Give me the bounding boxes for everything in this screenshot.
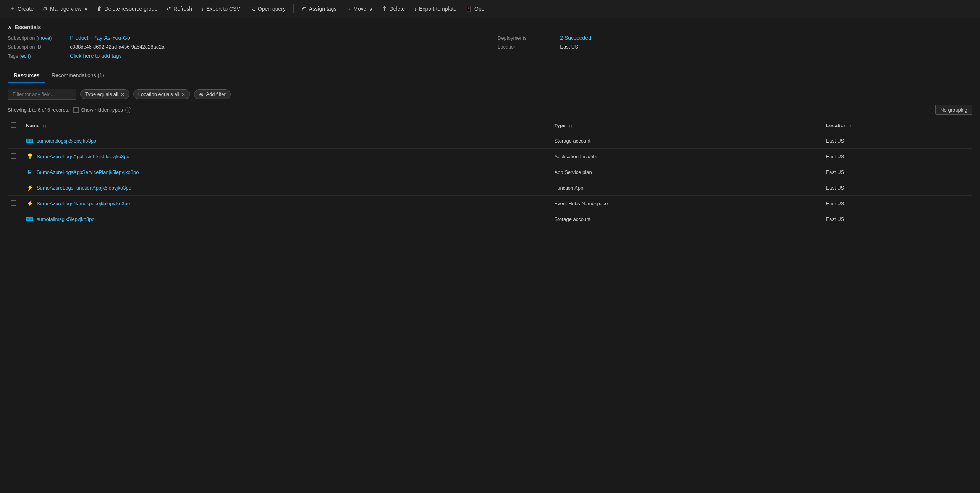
refresh-button[interactable]: ↺ Refresh [163, 3, 196, 14]
col-type[interactable]: Type ↑↓ [550, 118, 821, 133]
type-filter-chip[interactable]: Type equals all ✕ [80, 89, 129, 99]
row-checkbox-cell [8, 164, 21, 180]
records-count: Showing 1 to 6 of 6 records. [8, 107, 70, 113]
row-location-cell: East US [822, 211, 972, 227]
table-header-row: Name ↑↓ Type ↑↓ Location ↑ [8, 118, 972, 133]
col-type-label: Type [554, 123, 565, 128]
create-label: Create [18, 6, 34, 12]
row-checkbox-cell [8, 149, 21, 164]
deployments-row: Deployments : 2 Succeeded [498, 35, 972, 41]
show-hidden-info-icon[interactable]: i [125, 107, 131, 113]
tab-resources[interactable]: Resources [8, 68, 45, 83]
records-info-bar: Showing 1 to 6 of 6 records. Show hidden… [0, 105, 980, 118]
type-filter-label: Type equals all [85, 91, 118, 97]
resources-table: Name ↑↓ Type ↑↓ Location ↑ [8, 118, 972, 227]
subscription-id-value: c088dc46-d692-42ad-a4b6-9a542d28ad2a [70, 44, 164, 50]
row-checkbox[interactable] [11, 185, 16, 190]
type-filter-close-icon[interactable]: ✕ [121, 92, 125, 97]
delete-rg-button[interactable]: 🗑 Delete resource group [93, 3, 162, 14]
row-checkbox[interactable] [11, 169, 16, 174]
row-checkbox[interactable] [11, 138, 16, 143]
tags-add-link[interactable]: Click here to add tags [70, 53, 121, 59]
select-all-checkbox[interactable] [11, 122, 16, 128]
row-location-cell: East US [822, 149, 972, 164]
row-type-cell: Function App [550, 180, 821, 196]
manage-view-button[interactable]: ⚙ Manage view ∨ [39, 3, 92, 14]
row-type-cell: Storage account [550, 133, 821, 149]
resource-name-link[interactable]: 💡 SumoAzureLogsAppInsightsjk5lepvjko3po [26, 152, 545, 160]
subscription-id-label: Subscription ID [8, 44, 61, 50]
resource-icon: 💡 [26, 152, 34, 160]
resource-name-link[interactable]: ⚡ SumoAzureLogsFunctionAppjk5lepvjko3po [26, 184, 545, 191]
row-checkbox[interactable] [11, 200, 16, 206]
subscription-move-link[interactable]: move [38, 35, 50, 41]
deployments-value-link[interactable]: 2 Succeeded [560, 35, 591, 41]
table-row: ⚡ SumoAzureLogsNamespacejk5lepvjko3po Ev… [8, 196, 972, 211]
row-type-cell: Application Insights [550, 149, 821, 164]
essentials-collapse-icon[interactable]: ∧ [8, 24, 11, 30]
create-button[interactable]: ＋ Create [6, 3, 37, 15]
col-location[interactable]: Location ↑ [822, 118, 972, 133]
svg-rect-5 [30, 218, 32, 220]
export-template-button[interactable]: ↓ Export template [410, 3, 460, 14]
row-name-cell: sumofailmsgjk5lepvjko3po [21, 211, 550, 227]
move-icon: → [346, 6, 351, 12]
row-name-cell: 💡 SumoAzureLogsAppInsightsjk5lepvjko3po [21, 149, 550, 164]
assign-tags-button[interactable]: 🏷 Assign tags [298, 3, 340, 14]
resource-name-text: SumoAzureLogsAppServicePlanjk5lepvjko3po [37, 169, 139, 175]
row-checkbox[interactable] [11, 153, 16, 159]
row-location-cell: East US [822, 180, 972, 196]
resource-type: Storage account [554, 216, 590, 222]
delete-button[interactable]: 🗑 Delete [378, 3, 409, 14]
location-filter-close-icon[interactable]: ✕ [181, 92, 185, 97]
add-filter-plus-icon: ⊕ [199, 91, 204, 97]
resource-location: East US [826, 154, 844, 159]
row-checkbox[interactable] [11, 216, 16, 221]
resource-name-link[interactable]: 🖥 SumoAzureLogsAppServicePlanjk5lepvjko3… [26, 168, 545, 176]
resource-type: App Service plan [554, 169, 592, 175]
open-query-button[interactable]: ⌥ Open query [246, 3, 289, 14]
export-template-icon: ↓ [414, 6, 417, 12]
open-button[interactable]: 📱 Open [462, 3, 491, 14]
toolbar: ＋ Create ⚙ Manage view ∨ 🗑 Delete resour… [0, 0, 980, 18]
tags-edit-link[interactable]: edit [21, 53, 29, 59]
trash-icon: 🗑 [97, 6, 102, 12]
resource-name-link[interactable]: ⚡ SumoAzureLogsNamespacejk5lepvjko3po [26, 199, 545, 207]
resource-name-text: SumoAzureLogsNamespacejk5lepvjko3po [37, 201, 130, 206]
move-button[interactable]: → Move ∨ [342, 3, 376, 14]
resource-type: Event Hubs Namespace [554, 201, 608, 206]
row-name-cell: sumoapplogsjk5lepvjko3po [21, 133, 550, 149]
tab-recommendations[interactable]: Recommendations (1) [45, 68, 110, 83]
location-filter-chip[interactable]: Location equals all ✕ [133, 89, 191, 99]
show-hidden-checkbox[interactable] [73, 107, 79, 113]
add-filter-button[interactable]: ⊕ Add filter [194, 89, 230, 99]
resource-location: East US [826, 185, 844, 191]
resource-location: East US [826, 201, 844, 206]
essentials-grid: Subscription (move) : Product - Pay-As-Y… [8, 35, 972, 59]
row-location-cell: East US [822, 164, 972, 180]
col-name[interactable]: Name ↑↓ [21, 118, 550, 133]
essentials-title: Essentials [15, 24, 41, 30]
delete-label: Delete [390, 6, 405, 12]
export-csv-button[interactable]: ↓ Export to CSV [197, 3, 244, 14]
tags-row: Tags (edit) : Click here to add tags [8, 53, 482, 59]
subscription-label: Subscription (move) [8, 35, 61, 41]
resource-name-link[interactable]: sumoapplogsjk5lepvjko3po [26, 137, 545, 144]
records-left: Showing 1 to 6 of 6 records. Show hidden… [8, 107, 131, 113]
row-location-cell: East US [822, 196, 972, 211]
col-name-sort-icon: ↑↓ [42, 123, 47, 128]
table-row: ⚡ SumoAzureLogsFunctionAppjk5lepvjko3po … [8, 180, 972, 196]
resource-icon: ⚡ [26, 199, 34, 207]
location-value: East US [560, 44, 578, 50]
subscription-value-link[interactable]: Product - Pay-As-You-Go [70, 35, 130, 41]
resource-location: East US [826, 169, 844, 175]
resource-icon: 🖥 [26, 168, 34, 176]
add-filter-label: Add filter [206, 91, 225, 97]
filter-input[interactable] [8, 89, 76, 100]
resource-name-link[interactable]: sumofailmsgjk5lepvjko3po [26, 215, 545, 223]
col-location-sort-icon: ↑ [849, 123, 852, 128]
create-icon: ＋ [10, 5, 15, 12]
no-grouping-button[interactable]: No grouping [935, 105, 972, 115]
open-label: Open [474, 6, 487, 12]
resource-type: Storage account [554, 138, 590, 144]
